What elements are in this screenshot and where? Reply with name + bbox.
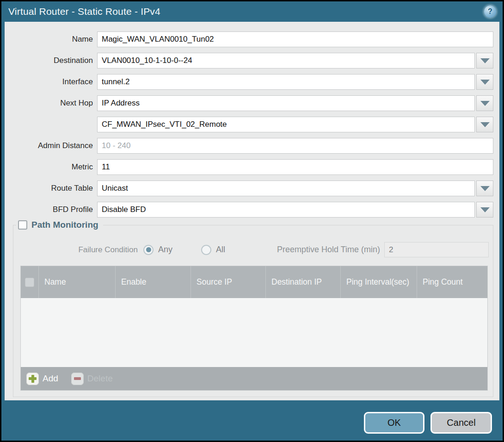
- destination-dropdown-button[interactable]: [476, 53, 493, 68]
- failure-condition-any-option: Any: [143, 245, 184, 255]
- interface-dropdown-button[interactable]: [476, 74, 493, 90]
- radio-any-label: Any: [158, 245, 172, 255]
- radio-any: [143, 245, 154, 255]
- column-ping-interval: Ping Interval(sec): [340, 266, 417, 298]
- admin-distance-input[interactable]: [97, 138, 493, 154]
- next-hop-row: Next Hop: [9, 95, 493, 111]
- table-header: Name Enable Source IP Destination IP Pin…: [21, 266, 487, 298]
- path-monitoring-checkbox[interactable]: [18, 220, 27, 230]
- radio-all-label: All: [216, 245, 225, 255]
- route-table-label: Route Table: [9, 184, 97, 193]
- interface-row: Interface: [9, 74, 493, 90]
- dialog-titlebar: Virtual Router - Static Route - IPv4 ?: [1, 1, 503, 22]
- bfd-profile-row: BFD Profile: [9, 202, 493, 218]
- path-monitoring-legend: Path Monitoring: [16, 219, 103, 231]
- column-ping-count: Ping Count: [417, 266, 487, 298]
- interface-label: Interface: [9, 77, 97, 87]
- add-button[interactable]: Add: [26, 373, 58, 385]
- destination-row: Destination: [9, 53, 493, 68]
- help-icon[interactable]: ?: [484, 6, 496, 18]
- failure-condition-label: Failure Condition: [18, 245, 143, 255]
- destination-label: Destination: [9, 56, 97, 65]
- column-destination-ip: Destination IP: [265, 266, 340, 298]
- metric-label: Metric: [9, 162, 97, 172]
- cancel-button[interactable]: Cancel: [430, 412, 492, 434]
- dialog-footer: OK Cancel: [1, 402, 503, 441]
- chevron-down-icon: [480, 186, 490, 191]
- next-hop-address-input[interactable]: [97, 117, 475, 132]
- admin-distance-label: Admin Distance: [9, 141, 97, 150]
- column-source-ip: Source IP: [191, 266, 265, 298]
- preemptive-hold-time-input: [384, 242, 489, 257]
- metric-input[interactable]: [97, 159, 493, 175]
- chevron-down-icon: [480, 101, 490, 106]
- plus-icon: [26, 373, 39, 385]
- select-all-column: [21, 266, 38, 298]
- select-all-checkbox[interactable]: [25, 278, 34, 287]
- interface-input[interactable]: [97, 74, 475, 90]
- table-toolbar: Add Delete: [21, 367, 487, 390]
- column-name: Name: [38, 266, 115, 298]
- admin-distance-row: Admin Distance: [9, 138, 493, 154]
- next-hop-dropdown-button[interactable]: [476, 95, 493, 111]
- chevron-down-icon: [480, 122, 490, 127]
- failure-condition-row: Failure Condition Any All Preemptive Hol…: [18, 242, 489, 257]
- bfd-profile-dropdown-button[interactable]: [476, 202, 493, 218]
- delete-button: Delete: [71, 373, 113, 385]
- name-label: Name: [9, 35, 97, 44]
- route-table-input[interactable]: [97, 181, 475, 196]
- dialog-title: Virtual Router - Static Route - IPv4: [8, 6, 160, 17]
- bfd-profile-label: BFD Profile: [9, 205, 97, 214]
- path-monitoring-section: Path Monitoring Failure Condition Any Al…: [13, 225, 493, 397]
- next-hop-address-row: [9, 117, 493, 132]
- chevron-down-icon: [480, 80, 490, 85]
- ok-button[interactable]: OK: [364, 412, 424, 434]
- chevron-down-icon: [480, 58, 490, 63]
- add-button-label: Add: [43, 374, 58, 384]
- name-input[interactable]: [97, 31, 493, 47]
- dialog-body: Name Destination Interface Next Hop: [5, 22, 499, 400]
- minus-icon: [71, 373, 84, 385]
- path-monitoring-title: Path Monitoring: [31, 220, 98, 230]
- preemptive-hold-time-label: Preemptive Hold Time (min): [277, 245, 384, 255]
- destination-input[interactable]: [97, 53, 475, 68]
- metric-row: Metric: [9, 159, 493, 175]
- next-hop-address-dropdown-button[interactable]: [476, 117, 493, 132]
- route-table-dropdown-button[interactable]: [476, 181, 493, 196]
- chevron-down-icon: [480, 207, 490, 212]
- route-table-row: Route Table: [9, 181, 493, 196]
- radio-all: [201, 245, 211, 255]
- name-row: Name: [9, 31, 493, 47]
- path-monitoring-table: Name Enable Source IP Destination IP Pin…: [20, 266, 488, 391]
- next-hop-label: Next Hop: [9, 99, 97, 108]
- delete-button-label: Delete: [87, 374, 113, 384]
- table-body-empty: [21, 298, 487, 367]
- bfd-profile-input[interactable]: [97, 202, 475, 218]
- column-enable: Enable: [115, 266, 191, 298]
- next-hop-type-input[interactable]: [97, 95, 475, 111]
- failure-condition-all-option: All: [201, 245, 237, 255]
- static-route-dialog: Virtual Router - Static Route - IPv4 ? N…: [0, 0, 504, 442]
